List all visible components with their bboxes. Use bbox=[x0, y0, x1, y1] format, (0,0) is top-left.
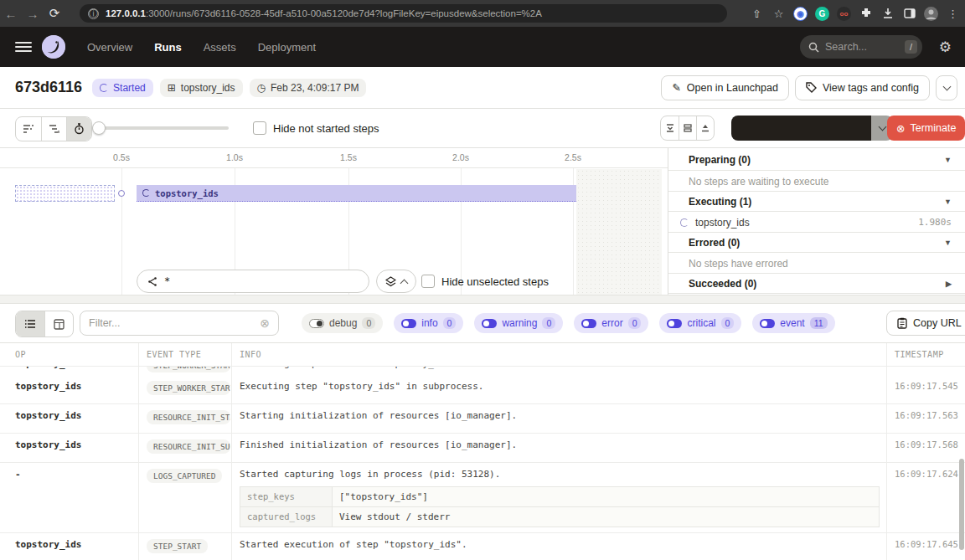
global-search-input[interactable]: Search... / bbox=[800, 35, 922, 59]
timestamp-cell: 16:09:17.645 bbox=[886, 533, 965, 560]
gantt-zoom-slider[interactable] bbox=[94, 126, 229, 130]
browser-back-icon[interactable]: ← bbox=[0, 7, 22, 21]
event-type-pill: STEP_START bbox=[147, 539, 208, 553]
preparing-section-header[interactable]: Preparing (0) ▼ bbox=[668, 150, 965, 171]
url-path: :3000/runs/673d6116-0528-45df-a510-00a51… bbox=[146, 8, 542, 18]
level-toggle-error[interactable]: error 0 bbox=[574, 313, 648, 333]
step-duration: 1.980s bbox=[918, 217, 952, 228]
log-row-partial[interactable]: topstory_ids STEP_WORKER_STARTI_ Launchi… bbox=[0, 367, 965, 375]
collapse-all-button[interactable] bbox=[661, 116, 679, 140]
succeeded-section-header[interactable]: Succeeded (0) ▶ bbox=[668, 273, 965, 294]
bookmark-star-icon[interactable]: ☆ bbox=[771, 7, 786, 21]
extensions-puzzle-icon[interactable] bbox=[859, 7, 873, 21]
terminate-button[interactable]: ⊗ Terminate bbox=[887, 116, 965, 141]
log-filter-input[interactable] bbox=[89, 317, 260, 329]
hamburger-menu-icon[interactable] bbox=[15, 39, 32, 54]
expand-all-button[interactable] bbox=[696, 116, 714, 140]
log-toolbar: ⊗ debug 0 info 0 warning 0 error 0 criti… bbox=[0, 304, 965, 343]
step-selector-input[interactable]: * bbox=[137, 270, 369, 293]
timestamp-cell: 16:09:17.624 bbox=[886, 463, 965, 532]
info-cell: Finished initialization of resources [io… bbox=[231, 434, 886, 462]
run-time-tag: ◷ Feb 23, 4:09:17 PM bbox=[250, 79, 367, 97]
log-table: OP EVENT TYPE INFO TIMESTAMP topstory_id… bbox=[0, 343, 965, 560]
extension-grammarly-icon[interactable]: G bbox=[815, 7, 829, 21]
level-toggle-info[interactable]: info 0 bbox=[394, 313, 463, 333]
search-icon bbox=[808, 42, 819, 53]
toggle-icon bbox=[309, 319, 324, 328]
copy-url-button[interactable]: Copy URL bbox=[886, 311, 965, 336]
log-row[interactable]: topstory_ids RESOURCE_INIT_STAR_ Startin… bbox=[0, 404, 965, 434]
job-tag[interactable]: ⊞ topstory_ids bbox=[160, 79, 243, 97]
step-selector-value: * bbox=[164, 275, 170, 287]
info-cell: Executing step "topstory_ids" in subproc… bbox=[231, 375, 886, 403]
downloads-icon[interactable] bbox=[880, 7, 895, 21]
gantt-step-bar[interactable]: topstory_ids bbox=[137, 185, 576, 202]
hide-not-started-checkbox[interactable] bbox=[253, 121, 266, 135]
flat-layout-button[interactable] bbox=[16, 117, 41, 141]
info-cell: Starting initialization of resources [io… bbox=[231, 404, 886, 433]
nav-overview[interactable]: Overview bbox=[87, 41, 132, 54]
level-count-badge: 0 bbox=[542, 317, 555, 329]
gantt-toolbar: Hide not started steps Re-execute (topst… bbox=[0, 109, 965, 148]
open-launchpad-button[interactable]: ✎ Open in Launchpad bbox=[661, 75, 789, 100]
meta-key: step_keys bbox=[240, 487, 333, 506]
slider-knob[interactable] bbox=[92, 121, 106, 135]
level-toggle-critical[interactable]: critical 0 bbox=[659, 313, 741, 333]
executing-step-row[interactable]: topstory_ids 1.980s bbox=[668, 212, 965, 233]
reexecute-button[interactable]: Re-execute (topstory_ids) bbox=[731, 116, 893, 141]
log-filter-field[interactable]: ⊗ bbox=[80, 311, 279, 336]
event-type-pill: LOGS_CAPTURED bbox=[147, 469, 222, 483]
log-row[interactable]: - LOGS_CAPTURED Started capturing logs i… bbox=[0, 463, 965, 533]
gantt-chart[interactable]: 0.5s 1.0s 1.5s 2.0s 2.5s topstory_ids * … bbox=[0, 148, 668, 295]
log-list-view-button[interactable] bbox=[16, 311, 44, 337]
run-header: 673d6116 Started ⊞ topstory_ids ◷ Feb 23… bbox=[0, 67, 965, 109]
level-toggle-event[interactable]: event 11 bbox=[752, 313, 834, 333]
timed-layout-button[interactable] bbox=[66, 117, 91, 141]
browser-forward-icon[interactable]: → bbox=[22, 7, 44, 21]
log-structured-view-button[interactable] bbox=[44, 311, 73, 337]
clear-filter-icon[interactable]: ⊗ bbox=[260, 316, 270, 330]
axis-tick: 2.5s bbox=[565, 152, 581, 162]
level-toggle-warning[interactable]: warning 0 bbox=[474, 313, 563, 333]
layers-options-button[interactable] bbox=[376, 270, 416, 293]
log-row[interactable]: topstory_ids STEP_WORKER_STARTED Executi… bbox=[0, 375, 965, 404]
run-more-actions-button[interactable] bbox=[936, 75, 957, 100]
extension-1password-icon[interactable]: ◉ bbox=[793, 7, 808, 21]
browser-menu-icon[interactable]: ⋮ bbox=[946, 7, 960, 21]
site-info-icon[interactable]: ⓘ bbox=[88, 8, 99, 19]
executing-section-header[interactable]: Executing (1) ▼ bbox=[668, 191, 965, 212]
settings-gear-icon[interactable]: ⚙ bbox=[939, 39, 952, 56]
extension-devtool-icon[interactable]: oo bbox=[837, 7, 851, 21]
spinner-icon bbox=[100, 84, 108, 92]
level-count-badge: 0 bbox=[362, 317, 375, 329]
url-bar[interactable]: ⓘ 127.0.0.1:3000/runs/673d6116-0528-45df… bbox=[80, 4, 727, 23]
waterfall-layout-button[interactable] bbox=[41, 117, 66, 141]
log-row[interactable]: topstory_ids RESOURCE_INIT_SUCC_ Finishe… bbox=[0, 434, 965, 463]
browser-reload-icon[interactable]: ⟳ bbox=[44, 6, 65, 21]
dagster-logo[interactable] bbox=[42, 35, 65, 59]
nav-assets[interactable]: Assets bbox=[204, 41, 236, 54]
level-toggle-debug[interactable]: debug 0 bbox=[302, 313, 383, 333]
level-count-badge: 11 bbox=[810, 317, 828, 329]
log-scrollbar[interactable] bbox=[959, 459, 964, 550]
chevron-up-icon bbox=[400, 279, 409, 287]
fit-rows-button[interactable] bbox=[679, 116, 696, 140]
nav-runs[interactable]: Runs bbox=[154, 41, 182, 54]
tag-icon bbox=[806, 82, 817, 93]
profile-avatar[interactable] bbox=[924, 7, 938, 21]
panel-resizer-handle[interactable] bbox=[0, 295, 965, 304]
share-icon[interactable]: ⇧ bbox=[750, 7, 764, 21]
chevron-right-icon: ▶ bbox=[946, 280, 952, 288]
captured-logs-link[interactable]: View stdout / stderr bbox=[333, 507, 879, 527]
gantt-link-dot bbox=[118, 190, 125, 197]
axis-tick: 2.0s bbox=[452, 152, 469, 162]
sidebar-toggle-icon[interactable] bbox=[902, 7, 916, 21]
col-header-event-type: EVENT TYPE bbox=[138, 343, 231, 366]
view-tags-config-button[interactable]: View tags and config bbox=[795, 75, 930, 100]
log-row[interactable]: topstory_ids STEP_START Started executio… bbox=[0, 533, 965, 560]
axis-tick: 1.0s bbox=[226, 152, 243, 162]
log-metadata-table: step_keys ["topstory_ids"] captured_logs… bbox=[240, 486, 880, 527]
hide-unselected-checkbox[interactable] bbox=[421, 275, 435, 288]
nav-deployment[interactable]: Deployment bbox=[258, 41, 316, 54]
errored-section-header[interactable]: Errored (0) ▼ bbox=[668, 232, 965, 253]
